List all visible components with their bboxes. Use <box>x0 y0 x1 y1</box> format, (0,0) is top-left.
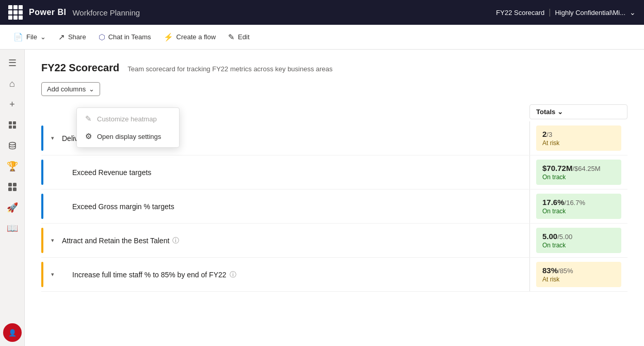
value-secondary: /$64.25M <box>572 165 600 172</box>
status-label: On track <box>542 208 615 215</box>
share-button[interactable]: ↗ Share <box>53 29 91 45</box>
svg-rect-0 <box>9 121 12 124</box>
page-subtitle: Team scorecard for tracking FY22 metrics… <box>127 65 332 73</box>
scorecard-name: FY22 Scorecard <box>496 9 544 17</box>
side-icon-metrics[interactable]: 📖 <box>3 219 22 238</box>
status-cell: 5.00/5.00 On track <box>536 228 621 253</box>
status-value: 5.00/5.00 <box>542 232 615 241</box>
row-label-text: Increase full time staff % to 85% by end… <box>72 271 227 279</box>
expand-icon[interactable]: ▾ <box>47 237 58 244</box>
open-display-settings-item[interactable]: ⚙ Open display settings <box>77 128 179 145</box>
svg-rect-5 <box>8 183 12 186</box>
chat-in-teams-button[interactable]: ⬡ Chat in Teams <box>93 29 156 45</box>
svg-rect-3 <box>13 125 16 129</box>
top-bar-right: FY22 Scorecard | Highly Confidential\Mi.… <box>496 8 636 17</box>
teams-icon: ⬡ <box>99 33 105 42</box>
status-value: 2/3 <box>542 130 615 138</box>
table-row: ▾ Increase full time staff % to 85% by e… <box>41 258 627 292</box>
value-secondary: /5.00 <box>557 233 572 241</box>
value-secondary: /85% <box>558 267 573 275</box>
totals-button[interactable]: Totals ⌄ <box>529 104 627 119</box>
expand-icon[interactable]: ▾ <box>47 271 58 278</box>
status-cell: 17.6%/16.7% On track <box>536 194 621 219</box>
side-icon-learn[interactable]: 🚀 <box>3 198 22 217</box>
info-icon: ⓘ <box>172 236 179 245</box>
app-logo: Power BI <box>29 8 66 17</box>
status-value: $70.72M/$64.25M <box>542 164 615 172</box>
svg-rect-7 <box>8 187 12 191</box>
status-label: At risk <box>542 139 615 147</box>
edit-label: Edit <box>238 33 249 41</box>
row-accent-blue <box>41 160 43 185</box>
share-icon: ↗ <box>58 33 65 42</box>
expand-icon[interactable]: ▾ <box>47 135 58 141</box>
svg-rect-2 <box>9 125 12 129</box>
row-right: 83%/85% At risk <box>529 258 627 291</box>
status-label: On track <box>542 174 615 181</box>
row-left: ▾ Increase full time staff % to 85% by e… <box>41 258 529 291</box>
svg-rect-8 <box>13 187 17 191</box>
table-row: Exceed Gross margin % targets 17.6%/16.7… <box>41 190 627 224</box>
customize-heatmap-item: ✎ Customize heatmap <box>77 110 179 128</box>
row-label-text: Exceed Revenue targets <box>72 168 151 177</box>
status-cell: 2/3 At risk <box>536 125 621 151</box>
create-flow-label: Create a flow <box>176 33 216 41</box>
create-flow-button[interactable]: ⚡ Create a flow <box>158 29 221 45</box>
side-icon-browse[interactable] <box>3 116 22 134</box>
file-icon: 📄 <box>13 33 23 42</box>
status-label: At risk <box>542 276 615 283</box>
add-columns-dropdown: ✎ Customize heatmap ⚙ Open display setti… <box>76 107 180 148</box>
row-label: Increase full time staff % to 85% by end… <box>58 270 236 279</box>
file-label: File <box>26 33 37 41</box>
flow-icon: ⚡ <box>164 33 173 42</box>
side-icon-goals[interactable]: 🏆 <box>3 157 22 176</box>
side-rail: ☰ ⌂ + 🏆 🚀 📖 👤 <box>0 50 25 346</box>
row-label: Exceed Gross margin % targets <box>58 202 174 211</box>
side-icon-hamburger[interactable]: ☰ <box>3 54 22 72</box>
app-name: Workforce Planning <box>72 8 140 17</box>
edit-button[interactable]: ✎ Edit <box>223 29 254 45</box>
side-icon-create[interactable]: + <box>3 95 22 114</box>
svg-rect-6 <box>13 183 17 186</box>
status-value: 17.6%/16.7% <box>542 198 615 207</box>
row-right: 5.00/5.00 On track <box>529 224 627 257</box>
status-cell: $70.72M/$64.25M On track <box>536 160 621 185</box>
status-label: On track <box>542 242 615 249</box>
main-content: FY22 Scorecard Team scorecard for tracki… <box>25 50 644 346</box>
sensitivity-chevron[interactable]: ⌄ <box>630 8 636 17</box>
svg-rect-1 <box>13 121 16 124</box>
side-icon-home[interactable]: ⌂ <box>3 74 22 93</box>
totals-chevron: ⌄ <box>557 108 563 116</box>
row-left: ▾ Attract and Retain the Best Talent ⓘ <box>41 224 529 257</box>
toolbar: 📄 File ⌄ ↗ Share ⬡ Chat in Teams ⚡ Creat… <box>0 25 644 50</box>
side-icon-apps[interactable] <box>3 178 22 196</box>
customize-icon: ✎ <box>85 114 92 123</box>
row-label-text: Exceed Gross margin % targets <box>72 202 174 211</box>
file-button[interactable]: 📄 File ⌄ <box>8 29 51 45</box>
row-label: Exceed Revenue targets <box>58 168 151 177</box>
row-right: 2/3 At risk <box>529 121 627 155</box>
totals-label: Totals <box>536 108 555 116</box>
layout: ☰ ⌂ + 🏆 🚀 📖 👤 FY22 Scorecard Team scorec… <box>0 50 644 346</box>
add-columns-label: Add columns <box>47 85 86 93</box>
row-label-text: Attract and Retain the Best Talent <box>62 237 169 245</box>
side-icon-profile[interactable]: 👤 <box>3 323 22 342</box>
row-right: 17.6%/16.7% On track <box>529 190 627 223</box>
page-header: FY22 Scorecard Team scorecard for tracki… <box>41 62 627 74</box>
row-left: Exceed Revenue targets <box>41 155 529 189</box>
file-chevron: ⌄ <box>40 33 46 41</box>
side-icon-data-hub[interactable] <box>3 136 22 155</box>
info-icon: ⓘ <box>230 270 236 279</box>
waffle-icon[interactable] <box>8 5 23 20</box>
settings-icon: ⚙ <box>85 132 92 141</box>
row-right: $70.72M/$64.25M On track <box>529 155 627 189</box>
open-display-settings-label: Open display settings <box>97 133 161 140</box>
row-accent-orange <box>41 228 43 253</box>
value-secondary: /16.7% <box>565 199 585 207</box>
row-accent-orange <box>41 262 43 287</box>
table-row: ▾ Attract and Retain the Best Talent ⓘ 5… <box>41 224 627 258</box>
row-accent-blue <box>41 125 43 151</box>
edit-icon: ✎ <box>228 33 235 42</box>
add-columns-button[interactable]: Add columns ⌄ <box>41 82 100 96</box>
sensitivity-label: Highly Confidential\Mi... <box>555 9 625 17</box>
